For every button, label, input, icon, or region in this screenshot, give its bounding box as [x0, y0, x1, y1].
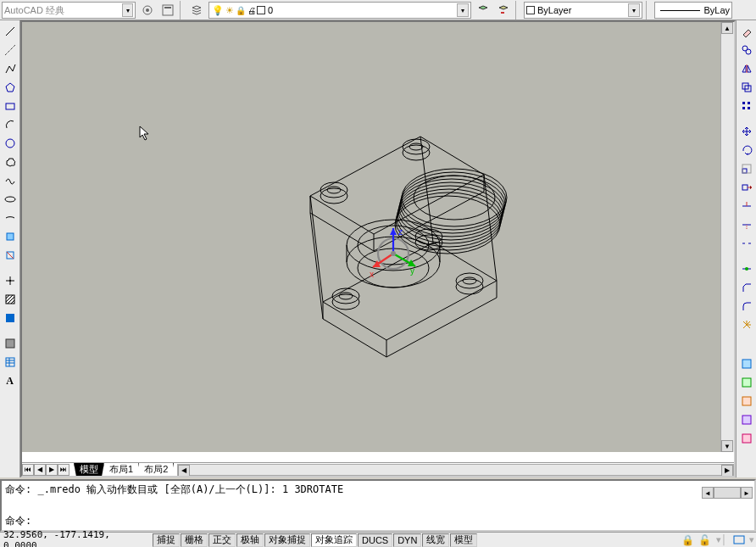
palette-d-icon[interactable]: [738, 411, 755, 428]
scroll-right-icon[interactable]: ▶: [741, 487, 753, 499]
snap-toggle[interactable]: 捕捉: [153, 533, 180, 547]
tab-prev-icon[interactable]: ◀: [34, 464, 46, 476]
arc-tool[interactable]: [2, 116, 19, 133]
svg-marker-6: [6, 83, 14, 92]
rotate-tool[interactable]: [738, 142, 755, 159]
break-tool[interactable]: [738, 235, 755, 252]
dyn-toggle[interactable]: DYN: [393, 533, 421, 547]
ellipse-arc-tool[interactable]: [2, 209, 19, 226]
lineweight-toggle[interactable]: 线宽: [422, 533, 449, 547]
command-prompt[interactable]: 命令:: [5, 514, 751, 528]
layer-dropdown[interactable]: 💡 ☀ 🔒 🖨 0 ▾: [208, 2, 471, 19]
erase-tool[interactable]: [738, 23, 755, 40]
chamfer-tool[interactable]: [738, 279, 755, 296]
layer-manager-icon[interactable]: [187, 1, 206, 20]
scroll-left-icon[interactable]: ◀: [702, 487, 714, 499]
svg-point-33: [463, 277, 476, 284]
revision-cloud-tool[interactable]: [2, 153, 19, 170]
sun-icon: ☀: [225, 5, 234, 16]
scroll-down-icon[interactable]: ▼: [721, 440, 733, 452]
spline-tool[interactable]: [2, 172, 19, 189]
stretch-tool[interactable]: [738, 179, 755, 196]
modelspace-toggle[interactable]: 模型: [450, 533, 477, 547]
palette-b-icon[interactable]: [738, 374, 755, 391]
chevron-down-icon[interactable]: ▾: [457, 3, 469, 17]
horizontal-scrollbar[interactable]: ◀ ▶: [177, 464, 734, 476]
polar-toggle[interactable]: 极轴: [236, 533, 264, 547]
polygon-tool[interactable]: [2, 79, 19, 96]
osnap-toggle[interactable]: 对象捕捉: [264, 533, 310, 547]
insert-block-tool[interactable]: [2, 228, 19, 245]
scroll-left-icon[interactable]: ◀: [178, 465, 190, 477]
rectangle-tool[interactable]: [2, 98, 19, 114]
tab-layout1[interactable]: 布局1: [103, 463, 139, 477]
table-tool[interactable]: [2, 354, 19, 371]
offset-tool[interactable]: [738, 79, 755, 96]
palette-a-icon[interactable]: [738, 355, 755, 372]
copy-tool[interactable]: [738, 42, 755, 59]
layer-previous-icon[interactable]: [494, 1, 513, 20]
svg-point-24: [327, 187, 341, 193]
vertical-scrollbar[interactable]: ▲ ▼: [720, 22, 734, 452]
divider: [646, 1, 651, 20]
explode-tool[interactable]: [738, 316, 755, 333]
workspace-dropdown[interactable]: ▾: [2, 2, 136, 19]
ducs-toggle[interactable]: DUCS: [358, 533, 392, 547]
tab-first-icon[interactable]: ⏮: [22, 464, 34, 476]
mirror-tool[interactable]: [738, 60, 755, 77]
svg-rect-16: [6, 314, 14, 322]
array-tool[interactable]: [738, 98, 755, 114]
line-tool[interactable]: [2, 23, 19, 40]
status-lock-icon[interactable]: 🔒: [679, 532, 696, 548]
lightbulb-icon: 💡: [212, 5, 224, 16]
ortho-toggle[interactable]: 正交: [208, 533, 236, 547]
construction-line-tool[interactable]: [2, 42, 19, 59]
svg-point-25: [403, 139, 430, 154]
tab-layout2[interactable]: 布局2: [138, 463, 174, 477]
text-tool[interactable]: A: [2, 372, 19, 389]
layer-states-icon[interactable]: [474, 1, 492, 20]
join-tool[interactable]: [738, 260, 755, 277]
toolbar-icon[interactable]: [158, 1, 177, 20]
otrack-toggle[interactable]: 对象追踪: [311, 533, 357, 547]
make-block-tool[interactable]: [2, 247, 19, 264]
chevron-down-icon[interactable]: ▾: [628, 3, 640, 17]
linetype-dropdown[interactable]: ByLay: [654, 2, 732, 19]
svg-line-5: [5, 45, 15, 55]
palette-e-icon[interactable]: [738, 430, 755, 447]
scroll-up-icon[interactable]: ▲: [721, 22, 733, 34]
coordinates-readout[interactable]: 32.9560, -177.1419, 0.0000: [0, 529, 153, 548]
chevron-down-icon[interactable]: ▾: [122, 3, 133, 17]
tab-last-icon[interactable]: ⏭: [58, 464, 69, 476]
ellipse-tool[interactable]: [2, 191, 19, 208]
workspace-input[interactable]: [4, 5, 122, 15]
svg-line-4: [6, 27, 14, 36]
scroll-right-icon[interactable]: ▶: [721, 465, 733, 477]
move-tool[interactable]: [738, 123, 755, 140]
extend-tool[interactable]: [738, 216, 755, 233]
chevron-down-icon[interactable]: ▾: [749, 534, 754, 545]
grid-toggle[interactable]: 栅格: [181, 533, 208, 547]
command-panel[interactable]: 命令: _.mredo 输入动作数目或 [全部(A)/上一个(L)]: 1 3D…: [0, 479, 756, 532]
point-tool[interactable]: [2, 272, 19, 289]
region-tool[interactable]: [2, 335, 19, 352]
fillet-tool[interactable]: [738, 298, 755, 315]
status-screen-icon[interactable]: [731, 532, 748, 548]
scale-tool[interactable]: [738, 160, 755, 177]
polyline-tool[interactable]: [2, 60, 19, 77]
svg-rect-10: [7, 233, 14, 240]
drawing-wireframe: z y x: [22, 22, 720, 452]
trim-tool[interactable]: [738, 198, 755, 215]
status-unlock-icon[interactable]: 🔓: [696, 532, 713, 548]
command-scrollbar[interactable]: ◀ ▶: [702, 487, 753, 499]
svg-rect-69: [748, 107, 750, 109]
color-dropdown[interactable]: ByLayer ▾: [524, 2, 642, 19]
hatch-tool[interactable]: [2, 291, 19, 308]
tab-next-icon[interactable]: ▶: [46, 464, 58, 476]
workspace-settings-icon[interactable]: [138, 1, 157, 20]
gradient-tool[interactable]: [2, 310, 19, 327]
palette-c-icon[interactable]: [738, 393, 755, 410]
circle-tool[interactable]: [2, 135, 19, 152]
tab-model[interactable]: 模型: [74, 463, 104, 477]
model-viewport[interactable]: z y x: [22, 22, 720, 452]
